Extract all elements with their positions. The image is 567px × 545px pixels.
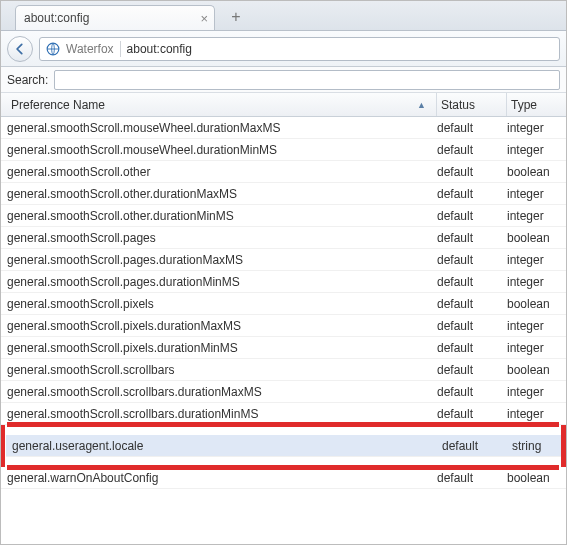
table-row[interactable]: general.smoothScroll.other.durationMaxMS… (1, 183, 566, 205)
pref-name: general.smoothScroll.other.durationMaxMS (7, 187, 437, 201)
table-body: general.smoothScroll.mouseWheel.duration… (1, 117, 566, 544)
pref-status: default (437, 275, 507, 289)
pref-status: default (437, 319, 507, 333)
pref-type: integer (507, 253, 566, 267)
table-row[interactable]: general.smoothScroll.pixels.durationMaxM… (1, 315, 566, 337)
pref-name: general.useragent.locale (12, 439, 442, 453)
pref-type: integer (507, 385, 566, 399)
column-header-status[interactable]: Status (437, 93, 507, 116)
globe-icon (46, 42, 60, 56)
table-row[interactable]: general.smoothScroll.otherdefaultboolean (1, 161, 566, 183)
table-row[interactable] (6, 457, 561, 467)
table-header[interactable]: Preference Name ▲ Status Type (1, 93, 566, 117)
pref-status: default (437, 209, 507, 223)
pref-type: boolean (507, 165, 566, 179)
pref-status: default (437, 143, 507, 157)
pref-type: integer (507, 143, 566, 157)
table-row[interactable]: general.warnOnAboutConfigdefaultboolean (1, 467, 566, 489)
close-icon[interactable]: × (200, 12, 208, 25)
pref-name: general.smoothScroll.mouseWheel.duration… (7, 143, 437, 157)
tab-about-config[interactable]: about:config × (15, 5, 215, 30)
column-header-name-label: Preference Name (11, 98, 105, 112)
table-row[interactable]: general.smoothScroll.pixelsdefaultboolea… (1, 293, 566, 315)
table-row[interactable]: general.useragent.localedefaultstring (6, 435, 561, 457)
table-row[interactable]: general.smoothScroll.other.durationMinMS… (1, 205, 566, 227)
pref-status: default (437, 165, 507, 179)
pref-name: general.smoothScroll.pages.durationMaxMS (7, 253, 437, 267)
nav-bar: Waterfox about:config (1, 31, 566, 67)
column-header-type[interactable]: Type (507, 93, 566, 116)
table-row[interactable]: general.smoothScroll.scrollbarsdefaultbo… (1, 359, 566, 381)
pref-status: default (437, 341, 507, 355)
pref-name: general.smoothScroll.other.durationMinMS (7, 209, 437, 223)
pref-status: default (437, 253, 507, 267)
table-row[interactable]: general.smoothScroll.pages.durationMinMS… (1, 271, 566, 293)
pref-status: default (437, 407, 507, 421)
pref-name: general.smoothScroll.pages.durationMinMS (7, 275, 437, 289)
pref-status: default (437, 231, 507, 245)
pref-status: default (437, 297, 507, 311)
pref-name: general.smoothScroll.scrollbars (7, 363, 437, 377)
tabs-bar: about:config × + (1, 1, 566, 31)
pref-name: general.smoothScroll.pixels.durationMinM… (7, 341, 437, 355)
pref-type: integer (507, 187, 566, 201)
pref-name: general.warnOnAboutConfig (7, 471, 437, 485)
pref-type: integer (507, 407, 566, 421)
pref-type: boolean (507, 471, 566, 485)
pref-status: default (437, 187, 507, 201)
table-row[interactable]: general.smoothScroll.pages.durationMaxMS… (1, 249, 566, 271)
table-row[interactable]: general.smoothScroll.mouseWheel.duration… (1, 139, 566, 161)
pref-type: string (512, 439, 561, 453)
pref-name: general.smoothScroll.other (7, 165, 437, 179)
highlight-band: general.useragent.localedefaultstring (1, 425, 566, 467)
table-row[interactable]: general.smoothScroll.scrollbars.duration… (1, 381, 566, 403)
pref-status: default (442, 439, 512, 453)
pref-type: integer (507, 341, 566, 355)
pref-name: general.smoothScroll.scrollbars.duration… (7, 407, 437, 421)
pref-name: general.smoothScroll.scrollbars.duration… (7, 385, 437, 399)
back-button[interactable] (7, 36, 33, 62)
url-bar[interactable]: Waterfox about:config (39, 37, 560, 61)
pref-name: general.smoothScroll.pixels.durationMaxM… (7, 319, 437, 333)
preferences-table: Preference Name ▲ Status Type general.sm… (1, 93, 566, 544)
table-row[interactable]: general.smoothScroll.pixels.durationMinM… (1, 337, 566, 359)
url-text: about:config (127, 42, 192, 56)
pref-type: integer (507, 275, 566, 289)
pref-type: integer (507, 319, 566, 333)
search-input[interactable] (54, 70, 560, 90)
column-header-type-label: Type (511, 98, 537, 112)
search-label: Search: (7, 73, 48, 87)
search-bar: Search: (1, 67, 566, 93)
pref-type: integer (507, 209, 566, 223)
pref-name: general.smoothScroll.pixels (7, 297, 437, 311)
pref-type: boolean (507, 297, 566, 311)
new-tab-button[interactable]: + (223, 6, 249, 28)
table-row[interactable]: general.smoothScroll.pagesdefaultboolean (1, 227, 566, 249)
pref-status: default (437, 121, 507, 135)
pref-type: integer (507, 121, 566, 135)
brand-name: Waterfox (66, 42, 114, 56)
url-divider (120, 41, 121, 57)
sort-ascending-icon: ▲ (417, 100, 426, 110)
tab-title: about:config (24, 11, 89, 25)
pref-status: default (437, 363, 507, 377)
table-row[interactable]: general.smoothScroll.mouseWheel.duration… (1, 117, 566, 139)
column-header-name[interactable]: Preference Name ▲ (7, 93, 437, 116)
pref-status: default (437, 385, 507, 399)
pref-name: general.smoothScroll.pages (7, 231, 437, 245)
table-row[interactable] (6, 425, 561, 435)
arrow-left-icon (13, 42, 27, 56)
pref-name: general.smoothScroll.mouseWheel.duration… (7, 121, 437, 135)
pref-status: default (437, 471, 507, 485)
column-header-status-label: Status (441, 98, 475, 112)
pref-type: boolean (507, 231, 566, 245)
pref-type: boolean (507, 363, 566, 377)
